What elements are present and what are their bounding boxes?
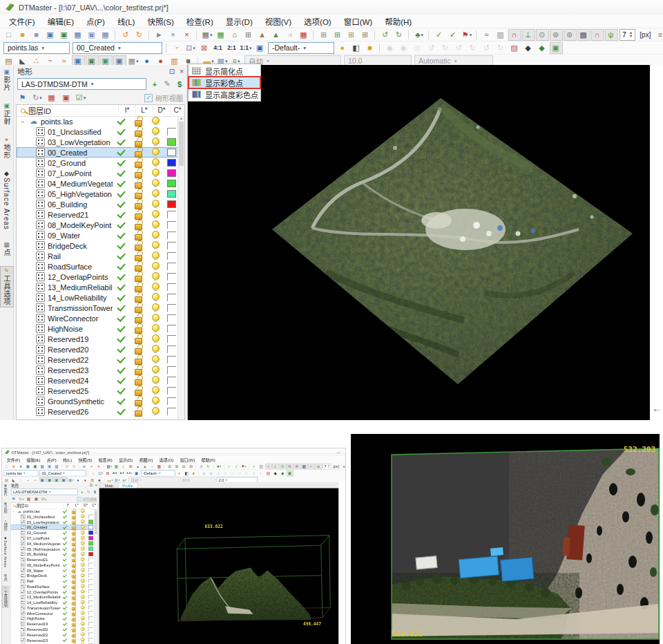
bulb-icon[interactable] [81,509,85,513]
lock-icon[interactable] [135,390,142,396]
color-swatch[interactable] [167,231,176,239]
side-tab[interactable]: ▣影片 [0,67,14,93]
color-swatch[interactable] [88,600,93,605]
menu-item[interactable]: 视图(V) [136,456,156,462]
layer-row[interactable]: 07_LowPoint [10,536,94,541]
toolbar-icon[interactable] [213,464,215,469]
table-columns-icon[interactable]: ▥ [258,463,265,469]
bulb-icon[interactable] [152,283,160,290]
lock-icon[interactable] [135,286,142,292]
lock-icon[interactable]: ■ [191,470,198,476]
add-surface-button[interactable]: + [79,489,85,495]
menu-item[interactable]: 窗口(W) [177,456,198,462]
fence-grid-icon[interactable]: ⊞ [127,463,134,469]
check-up-icon[interactable]: ✓ [433,29,446,41]
branch-tool-icon[interactable]: ψ [605,29,618,41]
menu-item[interactable]: 帮助(H) [378,15,418,28]
view-forward-icon[interactable]: ◉ [398,42,411,54]
refresh-menu-icon[interactable]: ↻▾ [18,496,25,502]
bulb-icon[interactable] [81,562,85,567]
visible-check-icon[interactable] [63,509,68,513]
file-combo[interactable]: points.las▾ [3,42,70,54]
tower-a-icon[interactable]: ▲ [256,29,269,41]
layer-row[interactable]: 01_Unclassified [17,126,178,137]
toolbar-icon[interactable] [79,464,80,469]
color-swatch[interactable] [167,273,176,281]
menu-item[interactable]: 点(P) [80,15,111,28]
color-swatch[interactable] [88,552,93,556]
side-tab[interactable]: ▣正射 [0,101,14,127]
classify-menu-icon[interactable]: ♣▾ [215,463,222,469]
export-image-icon[interactable]: ▣ [32,463,39,469]
toolbar-icon[interactable] [104,464,105,469]
rotate-right-icon[interactable]: ↻ [205,463,212,469]
grid-tool-4-icon[interactable]: ⊞ [359,29,372,41]
display-profile-combo[interactable]: -Default-▾ [268,42,334,54]
layer-row[interactable]: Reserved22 [10,632,94,638]
zoom-2-1-button[interactable]: 2:1 [226,42,239,54]
curve-red-icon[interactable]: ∩ [508,29,521,41]
color-swatch[interactable] [88,520,93,524]
bulb-icon[interactable] [81,547,85,551]
grid-tool-2-icon[interactable]: ⊞ [332,29,345,41]
color-swatch[interactable] [167,221,176,229]
visible-check-icon[interactable] [63,594,68,599]
layer-row[interactable]: TransmissionTower [10,605,94,611]
lock-icon[interactable] [135,400,142,406]
layers-stack-icon[interactable]: ≡ [654,29,663,41]
color-swatch[interactable] [88,616,93,621]
layer-row[interactable]: TransmissionTower [17,303,178,313]
color-swatch[interactable] [167,159,176,167]
surface-combo[interactable]: LAS-DTMDSM-DTM▾ [17,78,146,90]
color-swatch[interactable] [167,356,176,363]
toolbar-icon[interactable] [198,471,200,475]
bulb-icon[interactable] [81,622,85,626]
side-tab[interactable]: ▦点 [2,573,9,583]
bulb-icon[interactable] [81,557,85,561]
visible-check-icon[interactable] [63,551,68,556]
color-swatch[interactable] [88,568,93,572]
bulb-icon[interactable] [81,531,85,535]
tile-window-icon[interactable]: ▦ [99,29,113,41]
layer-row[interactable]: Reserved21 [10,557,94,562]
grid-tool-2-icon[interactable]: ⊞ [173,463,180,469]
visible-check-icon[interactable] [117,178,126,187]
visible-check-icon[interactable] [117,323,126,332]
color-swatch[interactable] [167,397,176,405]
menu-item[interactable]: 快照(S) [141,15,180,28]
menu-item[interactable]: 显示(D) [220,15,259,28]
check-down-icon[interactable]: ✓ [233,463,240,469]
layer-row[interactable]: 13_MediumReliability [10,594,94,600]
color-swatch[interactable] [88,595,93,599]
color-swatch[interactable] [88,547,93,551]
visible-check-icon[interactable] [117,292,126,301]
new-file-icon[interactable]: □ [3,29,16,41]
layer-row[interactable]: 08_ModelKeyPoint [17,220,178,230]
side-tab[interactable]: ▣影片 [2,483,9,497]
color-swatch[interactable] [88,585,93,589]
side-tab[interactable]: ●地形 [0,135,14,161]
curve-tool-icon[interactable]: ∩ [591,29,604,41]
grid-tool-1-icon[interactable]: ⊞ [318,29,331,41]
view-sync-icon[interactable]: ◎ [215,470,222,476]
undo-icon[interactable]: ↺ [119,29,133,41]
float-panel-icon[interactable]: ⊡ [169,68,175,75]
color-swatch[interactable] [167,377,176,384]
menu-item[interactable]: 文件(F) [3,456,23,462]
bulb-icon[interactable] [81,568,85,572]
color-swatch[interactable] [167,294,176,301]
bulb-icon[interactable] [81,600,85,605]
visible-check-icon[interactable] [63,557,68,562]
layer-row[interactable]: 08_ModelKeyPoint [10,562,94,568]
layer-row[interactable]: WireConnector [17,313,178,323]
delete-cell-icon[interactable]: ▦ [156,463,163,469]
spinner-arrows[interactable]: ▲▼ [328,464,330,468]
bulb-icon[interactable] [152,407,160,415]
color-swatch[interactable] [88,574,93,578]
color-swatch[interactable] [167,242,176,249]
bulb-icon[interactable] [81,616,85,621]
scrollbar-thumb[interactable] [95,511,97,534]
tile-window-icon[interactable]: ▦ [53,463,60,469]
lock-icon[interactable] [135,255,142,261]
visible-check-icon[interactable] [117,168,126,177]
